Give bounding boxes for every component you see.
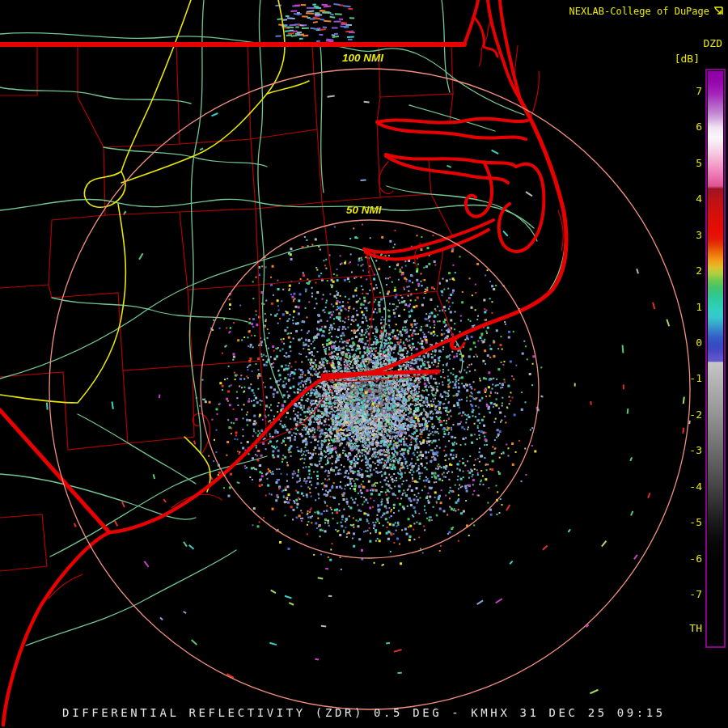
colorbar-product-label: DZD — [704, 38, 722, 49]
county-border-line — [0, 370, 128, 450]
state-coastline — [379, 124, 526, 139]
radar-display: 100 NMI 50 NMI NEXLAB-College of DuPage … — [0, 0, 728, 728]
colorbar-tick-label: -1 — [689, 373, 702, 384]
colorbar-tick-label: -2 — [689, 409, 702, 421]
colorbar-tick-label: 1 — [696, 302, 702, 313]
county-border-line — [128, 366, 194, 443]
shoreline-detail-line — [379, 162, 393, 193]
status-bar-text: DIFFERENTIAL REFLECTIVITY (ZDR) 0.5 DEG … — [0, 706, 728, 719]
highway-line — [267, 81, 309, 94]
colorbar-gradient — [708, 71, 723, 645]
state-coastline — [0, 410, 108, 531]
county-border-line — [49, 285, 52, 298]
colorbar-tick-label: -5 — [689, 517, 702, 528]
base-map — [0, 0, 728, 728]
colorbar-tick-label: 7 — [696, 86, 702, 97]
county-border-line — [0, 514, 47, 571]
county-border-line — [193, 285, 260, 366]
page-title: NEXLAB-College of DuPage — [569, 6, 709, 17]
road-line — [50, 456, 267, 557]
county-border-line — [322, 122, 380, 202]
cod-logo-icon — [713, 5, 725, 17]
range-ring-label-100nmi: 100 NMI — [342, 52, 383, 64]
range-ring — [49, 69, 690, 709]
county-border-line — [451, 45, 453, 94]
county-border-line — [437, 291, 453, 336]
highway-line — [121, 0, 285, 183]
colorbar-tick-label: 4 — [696, 193, 702, 205]
county-border-line — [429, 160, 431, 194]
county-border-line — [180, 45, 251, 144]
colorbar-tick-label: 6 — [696, 121, 702, 133]
road-line — [78, 414, 196, 484]
range-ring-label-50nmi: 50 NMI — [346, 204, 382, 216]
colorbar — [705, 69, 726, 648]
county-border-line — [0, 215, 105, 288]
colorbar-tick-label: 3 — [696, 230, 702, 241]
road-line — [320, 45, 324, 193]
road-line — [0, 245, 369, 379]
road-line — [189, 0, 204, 453]
colorbar-tick-label: 0 — [696, 337, 702, 349]
road-line — [258, 0, 283, 398]
colorbar-tick-label: 2 — [696, 265, 702, 277]
county-border-line — [312, 47, 317, 129]
colorbar-threshold-label: TH — [689, 623, 702, 634]
county-border-line — [514, 45, 518, 74]
county-border-line — [260, 361, 267, 437]
road-line — [0, 199, 534, 228]
road-line — [26, 550, 236, 645]
colorbar-tick-label: -3 — [689, 445, 702, 456]
colorbar-tick-label: 5 — [696, 158, 702, 169]
county-border-line — [251, 129, 322, 209]
state-coastline — [464, 0, 478, 44]
county-border-line — [78, 45, 105, 215]
colorbar-tick-label: -6 — [689, 553, 702, 565]
state-coastline — [466, 162, 492, 217]
county-border-line — [259, 202, 332, 285]
state-coastline — [377, 119, 527, 123]
road-line — [369, 252, 386, 374]
road-line — [104, 147, 267, 167]
state-coastline — [3, 336, 458, 725]
county-border-line — [380, 194, 453, 237]
colorbar-tick-label: -4 — [689, 481, 702, 493]
state-coastline — [323, 371, 438, 375]
road-line — [52, 298, 248, 322]
colorbar-tick-label: -7 — [689, 589, 702, 600]
highway-line — [84, 0, 191, 207]
shoreline-detail-line — [558, 210, 563, 251]
county-border-line — [369, 298, 374, 348]
colorbar-units-label: [dB] — [675, 53, 700, 65]
